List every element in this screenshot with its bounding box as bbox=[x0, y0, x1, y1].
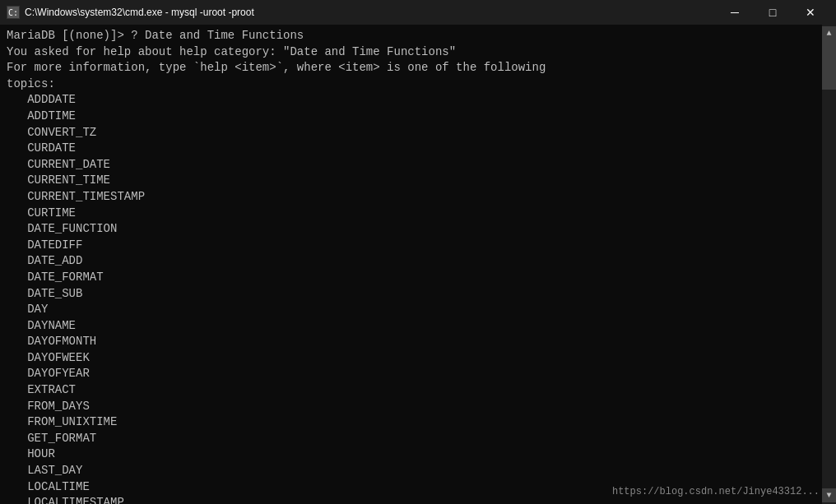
window-title: C:\Windows\system32\cmd.exe - mysql -uro… bbox=[25, 7, 254, 18]
svg-text:C:: C: bbox=[8, 8, 18, 17]
scrollbar-thumb[interactable] bbox=[822, 40, 836, 90]
scroll-down-button[interactable]: ▼ bbox=[822, 488, 836, 502]
terminal-output[interactable]: MariaDB [(none)]> ? Date and Time Functi… bbox=[0, 25, 822, 504]
scroll-up-button[interactable]: ▲ bbox=[822, 26, 836, 40]
minimize-button[interactable]: ─ bbox=[716, 0, 754, 25]
watermark: https://blog.csdn.net/Jinye43312... bbox=[612, 486, 820, 497]
cmd-icon: C: bbox=[7, 6, 20, 19]
window: C: C:\Windows\system32\cmd.exe - mysql -… bbox=[0, 0, 836, 504]
title-bar: C: C:\Windows\system32\cmd.exe - mysql -… bbox=[0, 0, 836, 25]
scrollbar[interactable]: ▲ ▼ bbox=[822, 25, 836, 504]
maximize-button[interactable]: □ bbox=[754, 0, 792, 25]
content-area: MariaDB [(none)]> ? Date and Time Functi… bbox=[0, 25, 836, 504]
close-button[interactable]: ✕ bbox=[792, 0, 829, 25]
window-controls: ─ □ ✕ bbox=[716, 0, 829, 25]
scrollbar-track bbox=[822, 40, 836, 488]
title-bar-left: C: C:\Windows\system32\cmd.exe - mysql -… bbox=[7, 6, 254, 19]
